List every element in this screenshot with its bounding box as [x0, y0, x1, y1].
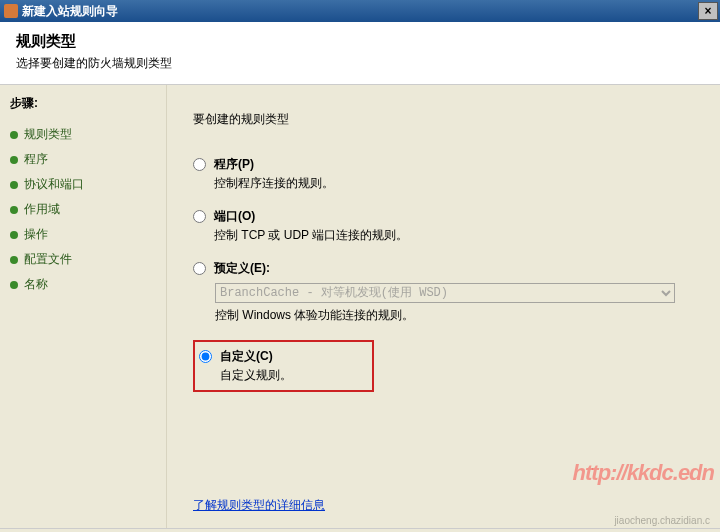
page-subtitle: 选择要创建的防火墙规则类型: [16, 55, 704, 72]
bullet-icon: [10, 156, 18, 164]
bullet-icon: [10, 231, 18, 239]
page-title: 规则类型: [16, 32, 704, 51]
radio-custom[interactable]: [199, 350, 212, 363]
predefined-desc: 控制 Windows 体验功能连接的规则。: [215, 307, 702, 324]
bullet-icon: [10, 256, 18, 264]
close-button[interactable]: ×: [698, 2, 718, 20]
radio-port[interactable]: [193, 210, 206, 223]
option-title: 预定义(E):: [214, 260, 702, 277]
step-label: 程序: [24, 151, 48, 168]
learn-more-link[interactable]: 了解规则类型的详细信息: [193, 497, 325, 514]
question-text: 要创建的规则类型: [193, 111, 702, 128]
step-action[interactable]: 操作: [10, 222, 158, 247]
window-title: 新建入站规则向导: [22, 3, 698, 20]
option-title: 端口(O): [214, 208, 702, 225]
step-label: 作用域: [24, 201, 60, 218]
radio-program[interactable]: [193, 158, 206, 171]
bullet-icon: [10, 181, 18, 189]
step-label: 配置文件: [24, 251, 72, 268]
bullet-icon: [10, 281, 18, 289]
step-rule-type[interactable]: 规则类型: [10, 122, 158, 147]
content-panel: 要创建的规则类型 程序(P) 控制程序连接的规则。 端口(O) 控制 TCP 或…: [166, 85, 720, 528]
title-bar: 新建入站规则向导 ×: [0, 0, 720, 22]
step-label: 协议和端口: [24, 176, 84, 193]
predefined-dropdown-wrap: BranchCache - 对等机发现(使用 WSD): [215, 283, 675, 303]
option-custom[interactable]: 自定义(C) 自定义规则。: [199, 348, 292, 384]
option-desc: 自定义规则。: [220, 367, 292, 384]
radio-predefined[interactable]: [193, 262, 206, 275]
step-label: 名称: [24, 276, 48, 293]
step-scope[interactable]: 作用域: [10, 197, 158, 222]
bullet-icon: [10, 131, 18, 139]
step-label: 规则类型: [24, 126, 72, 143]
option-custom-highlight: 自定义(C) 自定义规则。: [193, 340, 374, 392]
step-label: 操作: [24, 226, 48, 243]
option-program[interactable]: 程序(P) 控制程序连接的规则。: [193, 156, 702, 192]
steps-label: 步骤:: [10, 95, 158, 112]
option-port[interactable]: 端口(O) 控制 TCP 或 UDP 端口连接的规则。: [193, 208, 702, 244]
option-title: 自定义(C): [220, 348, 292, 365]
option-title: 程序(P): [214, 156, 702, 173]
step-profile[interactable]: 配置文件: [10, 247, 158, 272]
option-predefined[interactable]: 预定义(E):: [193, 260, 702, 277]
wizard-header: 规则类型 选择要创建的防火墙规则类型: [0, 22, 720, 85]
option-desc: 控制 TCP 或 UDP 端口连接的规则。: [214, 227, 702, 244]
option-desc: 控制程序连接的规则。: [214, 175, 702, 192]
app-icon: [4, 4, 18, 18]
step-name[interactable]: 名称: [10, 272, 158, 297]
predefined-select[interactable]: BranchCache - 对等机发现(使用 WSD): [215, 283, 675, 303]
step-protocol-ports[interactable]: 协议和端口: [10, 172, 158, 197]
bullet-icon: [10, 206, 18, 214]
steps-sidebar: 步骤: 规则类型 程序 协议和端口 作用域 操作 配置文件 名称: [0, 85, 166, 528]
wizard-footer: < 上一步(B) 下一步(N) > 取消: [0, 528, 720, 532]
step-program[interactable]: 程序: [10, 147, 158, 172]
